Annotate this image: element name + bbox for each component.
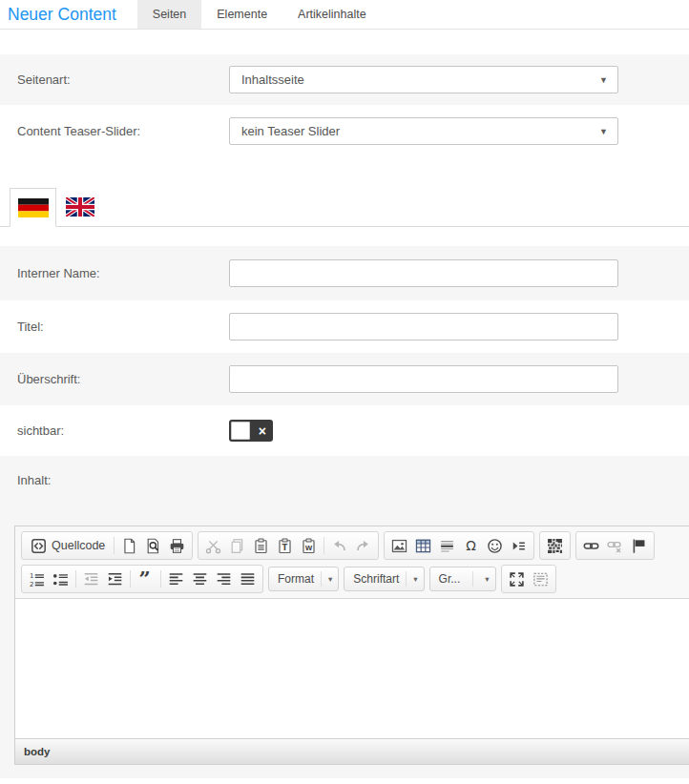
row-content-teaser-slider: Content Teaser-Slider: kein Teaser Slide… (0, 105, 689, 157)
caret-down-icon: ▼ (599, 75, 608, 85)
toolbar-group (575, 531, 655, 560)
link-button[interactable] (579, 534, 603, 557)
table-icon (415, 538, 431, 554)
combo-separator (406, 571, 407, 587)
qr-code-button[interactable] (543, 534, 567, 557)
align-right-icon (216, 571, 232, 588)
toolbar-group (198, 531, 379, 560)
combo-separator (321, 571, 322, 587)
paste-text-icon (277, 538, 293, 554)
editor-status-bar: body (15, 738, 689, 764)
show-blocks-button[interactable] (529, 567, 553, 590)
header: Neuer Content Seiten Elemente Artikelinh… (0, 0, 689, 30)
source-button[interactable]: Quellcode (25, 534, 111, 557)
element-path[interactable]: body (24, 746, 50, 757)
anchor-flag-icon (631, 538, 647, 554)
titel-input[interactable] (229, 313, 618, 340)
groesse-combo-label: Gr... (439, 572, 461, 586)
inhalt-label: Inhalt: (17, 473, 689, 487)
row-inhalt: Inhalt: Quellcode Format▾Schriftart▾Gr..… (0, 456, 689, 778)
ueberschrift-input[interactable] (229, 365, 618, 393)
titel-label: Titel: (17, 320, 229, 334)
uk-flag-icon (66, 197, 94, 217)
format-combo-label: Format (278, 572, 314, 586)
rich-text-editor: Quellcode Format▾Schriftart▾Gr...▾ body (14, 526, 689, 765)
language-tabs (0, 157, 689, 227)
paste-button[interactable] (249, 534, 273, 557)
bulleted-list-icon (52, 571, 69, 588)
top-tabs: Seiten Elemente Artikelinhalte (137, 0, 382, 29)
copy-icon (229, 538, 245, 554)
align-right-button[interactable] (212, 567, 236, 590)
bulleted-list-button[interactable] (49, 567, 73, 590)
sichtbar-toggle[interactable]: × (229, 420, 273, 442)
unlink-icon (607, 538, 623, 554)
language-tab-english[interactable] (56, 187, 103, 226)
link-icon (583, 538, 599, 554)
toolbar-separator (114, 537, 115, 554)
toggle-knob[interactable] (231, 422, 250, 440)
maximize-button[interactable] (505, 567, 529, 590)
insert-template-icon (511, 538, 527, 554)
blockquote-button[interactable] (134, 567, 157, 590)
spacer (0, 778, 689, 784)
image-button[interactable] (387, 534, 411, 557)
german-flag-icon (18, 198, 49, 217)
cut-button (201, 534, 225, 557)
align-justify-button[interactable] (236, 567, 260, 590)
new-page-button[interactable] (117, 534, 141, 557)
blockquote-icon (137, 571, 154, 588)
content-teaser-slider-select[interactable]: kein Teaser Slider ▼ (229, 117, 618, 145)
seitenart-label: Seitenart: (17, 72, 229, 87)
preview-button[interactable] (141, 534, 165, 557)
chevron-down-icon: ▾ (485, 574, 489, 584)
toolbar-group (21, 565, 263, 593)
numbered-list-button[interactable] (25, 567, 49, 590)
row-ueberschrift: Überschrift: (0, 353, 689, 405)
seitenart-select[interactable]: Inhaltsseite ▼ (229, 66, 618, 93)
content-teaser-slider-select-value: kein Teaser Slider (241, 124, 340, 138)
groesse-combo[interactable]: Gr...▾ (429, 567, 496, 591)
anchor-flag-button[interactable] (627, 534, 651, 557)
row-interner-name: Interner Name: (0, 246, 689, 300)
language-tab-german[interactable] (10, 188, 56, 227)
horizontal-rule-button[interactable] (435, 534, 459, 557)
undo-button (327, 534, 351, 557)
table-button[interactable] (411, 534, 435, 557)
tab-elemente[interactable]: Elemente (201, 0, 282, 29)
cut-icon (205, 538, 221, 554)
smiley-button[interactable] (483, 534, 507, 557)
redo-icon (355, 538, 371, 554)
paste-word-button[interactable] (297, 534, 321, 557)
undo-icon (331, 538, 347, 554)
copy-button (225, 534, 249, 557)
paste-text-button[interactable] (273, 534, 297, 557)
row-titel: Titel: (0, 300, 689, 353)
show-blocks-icon (532, 571, 549, 588)
toolbar-separator (130, 570, 131, 588)
align-center-button[interactable] (188, 567, 212, 590)
tab-artikelinhalte[interactable]: Artikelinhalte (282, 0, 382, 29)
toolbar-group (501, 565, 556, 593)
image-icon (391, 538, 407, 554)
toolbar-separator (324, 537, 324, 554)
interner-name-input[interactable] (229, 259, 618, 287)
tab-seiten[interactable]: Seiten (137, 0, 201, 29)
align-left-button[interactable] (164, 567, 188, 590)
indent-button[interactable] (103, 567, 127, 590)
insert-template-button[interactable] (507, 534, 531, 557)
format-combo[interactable]: Format▾ (268, 567, 339, 591)
redo-button (351, 534, 375, 557)
unlink-button (603, 534, 627, 557)
toolbar-group (384, 531, 534, 560)
editor-content-area[interactable] (15, 599, 689, 738)
print-button[interactable] (165, 534, 189, 557)
qr-code-icon (547, 538, 563, 554)
schriftart-combo[interactable]: Schriftart▾ (344, 567, 424, 591)
align-left-icon (168, 571, 184, 588)
special-char-button[interactable] (459, 534, 483, 557)
paste-icon (253, 538, 269, 554)
maximize-icon (509, 571, 525, 588)
smiley-icon (487, 538, 503, 554)
special-char-icon (463, 538, 479, 554)
